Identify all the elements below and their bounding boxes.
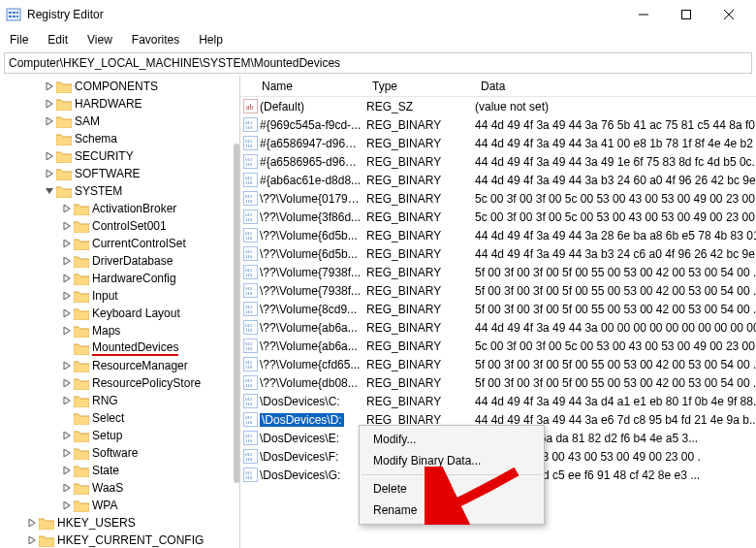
list-header: Name Type Data <box>240 76 756 97</box>
tree-node[interactable]: RNG <box>0 392 239 409</box>
tree-node-label: MountedDevices <box>92 340 178 356</box>
folder-icon <box>74 394 89 407</box>
reg-binary-icon: 011110 <box>240 154 260 169</box>
list-row[interactable]: 011110\??\Volume{0179a...REG_BINARY5c 00… <box>240 189 756 208</box>
list-row[interactable]: 011110\DosDevices\C:REG_BINARY44 4d 49 4… <box>240 392 756 410</box>
reg-binary-icon: 011110 <box>240 338 260 353</box>
tree-node[interactable]: SOFTWARE <box>0 165 239 182</box>
menu-file[interactable]: File <box>2 31 36 48</box>
chevron-right-icon[interactable] <box>43 152 56 160</box>
ctx-modify[interactable]: Modify... <box>360 429 544 450</box>
chevron-right-icon[interactable] <box>25 519 39 527</box>
tree-panel[interactable]: COMPONENTSHARDWARESAMSchemaSECURITYSOFTW… <box>0 76 240 548</box>
list-row[interactable]: 011110\??\Volume{db08...REG_BINARY5f 00 … <box>240 373 756 392</box>
list-row[interactable]: 011110\??\Volume{3f86d...REG_BINARY5c 00… <box>240 208 756 226</box>
chevron-right-icon[interactable] <box>60 292 74 300</box>
tree-node[interactable]: ResourcePolicyStore <box>0 374 239 392</box>
col-header-name[interactable]: Name <box>240 80 366 93</box>
chevron-right-icon[interactable] <box>60 379 74 387</box>
chevron-right-icon[interactable] <box>60 432 74 439</box>
menu-favorites[interactable]: Favorites <box>124 31 187 48</box>
tree-node-label: SYSTEM <box>75 184 122 198</box>
tree-node[interactable]: SECURITY <box>0 147 239 165</box>
list-row[interactable]: 011110#{a6586947-d96e-...REG_BINARY44 4d… <box>240 134 756 152</box>
minimize-button[interactable] <box>622 1 665 28</box>
chevron-right-icon[interactable] <box>25 536 39 544</box>
list-row[interactable]: 011110\??\Volume{cfd65...REG_BINARY5f 00… <box>240 355 756 373</box>
chevron-right-icon[interactable] <box>43 170 56 177</box>
list-row[interactable]: ab(Default)REG_SZ(value not set) <box>240 97 756 115</box>
tree-node[interactable]: ActivationBroker <box>0 200 239 217</box>
tree-node[interactable]: COMPONENTS <box>0 78 239 95</box>
tree-node[interactable]: CurrentControlSet <box>0 235 239 252</box>
chevron-right-icon[interactable] <box>60 274 74 282</box>
chevron-right-icon[interactable] <box>60 484 74 492</box>
chevron-right-icon[interactable] <box>43 82 56 90</box>
chevron-right-icon[interactable] <box>60 449 74 457</box>
chevron-right-icon[interactable] <box>60 397 74 404</box>
ctx-modify-binary[interactable]: Modify Binary Data... <box>360 450 544 471</box>
row-name: \DosDevices\F: <box>260 450 366 464</box>
menu-help[interactable]: Help <box>191 31 231 48</box>
chevron-right-icon[interactable] <box>60 205 74 212</box>
reg-binary-icon: 011110 <box>240 173 260 187</box>
address-bar[interactable]: Computer\HKEY_LOCAL_MACHINE\SYSTEM\Mount… <box>4 52 752 74</box>
tree-node[interactable]: HARDWARE <box>0 95 239 113</box>
tree-node[interactable]: SAM <box>0 113 239 130</box>
tree-scrollbar-thumb[interactable] <box>234 144 239 483</box>
menu-view[interactable]: View <box>79 31 120 48</box>
menu-edit[interactable]: Edit <box>40 31 76 48</box>
ctx-rename[interactable]: Rename <box>360 500 544 521</box>
chevron-right-icon[interactable] <box>60 240 74 247</box>
tree-node[interactable]: Setup <box>0 427 239 444</box>
tree-node[interactable]: Keyboard Layout <box>0 305 239 322</box>
chevron-right-icon[interactable] <box>60 362 74 370</box>
chevron-right-icon[interactable] <box>60 467 74 474</box>
list-row[interactable]: 011110#{969c545a-f9cd-...REG_BINARY44 4d… <box>240 115 756 134</box>
tree-node[interactable]: DriverDatabase <box>0 252 239 270</box>
list-row[interactable]: 011110\??\Volume{7938f...REG_BINARY5f 00… <box>240 281 756 300</box>
list-row[interactable]: 011110\??\Volume{7938f...REG_BINARY5f 00… <box>240 263 756 281</box>
list-row[interactable]: 011110\??\Volume{8cd9...REG_BINARY5f 00 … <box>240 300 756 318</box>
tree-node[interactable]: WaaS <box>0 479 239 497</box>
tree-node[interactable]: Input <box>0 287 239 305</box>
chevron-right-icon[interactable] <box>60 309 74 317</box>
list-row[interactable]: 011110#{a6586965-d96e-...REG_BINARY44 4d… <box>240 152 756 171</box>
svg-text:110: 110 <box>245 236 253 241</box>
chevron-right-icon[interactable] <box>43 117 56 125</box>
list-row[interactable]: 011110\??\Volume{ab6a...REG_BINARY5c 00 … <box>240 337 756 355</box>
col-header-data[interactable]: Data <box>475 80 756 93</box>
tree-node[interactable]: SYSTEM <box>0 182 239 200</box>
ctx-delete[interactable]: Delete <box>360 478 544 500</box>
tree-node[interactable]: HKEY_USERS <box>0 514 239 532</box>
close-button[interactable] <box>708 1 750 28</box>
tree-node[interactable]: HKEY_CURRENT_CONFIG <box>0 532 239 548</box>
chevron-right-icon[interactable] <box>43 100 56 108</box>
chevron-right-icon[interactable] <box>60 327 74 335</box>
col-header-type[interactable]: Type <box>366 80 475 93</box>
tree-node[interactable]: Schema <box>0 130 239 147</box>
list-row[interactable]: 011110\??\Volume{6d5b...REG_BINARY44 4d … <box>240 244 756 263</box>
tree-node-label: State <box>92 464 119 477</box>
tree-node[interactable]: ResourceManager <box>0 357 239 374</box>
tree-node[interactable]: Maps <box>0 322 239 339</box>
tree-node[interactable]: State <box>0 462 239 479</box>
tree-node[interactable]: Software <box>0 444 239 462</box>
tree-node[interactable]: MountedDevices <box>0 339 239 357</box>
tree-node-label: ActivationBroker <box>92 202 176 215</box>
list-row[interactable]: 011110#{ab6ac61e-d8d8...REG_BINARY44 4d … <box>240 171 756 189</box>
list-row[interactable]: 011110\??\Volume{6d5b...REG_BINARY44 4d … <box>240 226 756 244</box>
chevron-right-icon[interactable] <box>60 501 74 509</box>
tree-node[interactable]: HardwareConfig <box>0 270 239 287</box>
maximize-button[interactable] <box>665 1 708 28</box>
chevron-right-icon[interactable] <box>60 222 74 230</box>
chevron-down-icon[interactable] <box>43 187 56 195</box>
tree-node[interactable]: Select <box>0 409 239 427</box>
row-type: REG_BINARY <box>366 192 475 206</box>
tree-node[interactable]: WPA <box>0 497 239 514</box>
chevron-right-icon[interactable] <box>60 257 74 265</box>
tree-node[interactable]: ControlSet001 <box>0 217 239 235</box>
tree-node-label: HardwareConfig <box>92 272 176 285</box>
list-row[interactable]: 011110\??\Volume{ab6a...REG_BINARY44 4d … <box>240 318 756 337</box>
tree-node-label: WPA <box>92 499 117 512</box>
